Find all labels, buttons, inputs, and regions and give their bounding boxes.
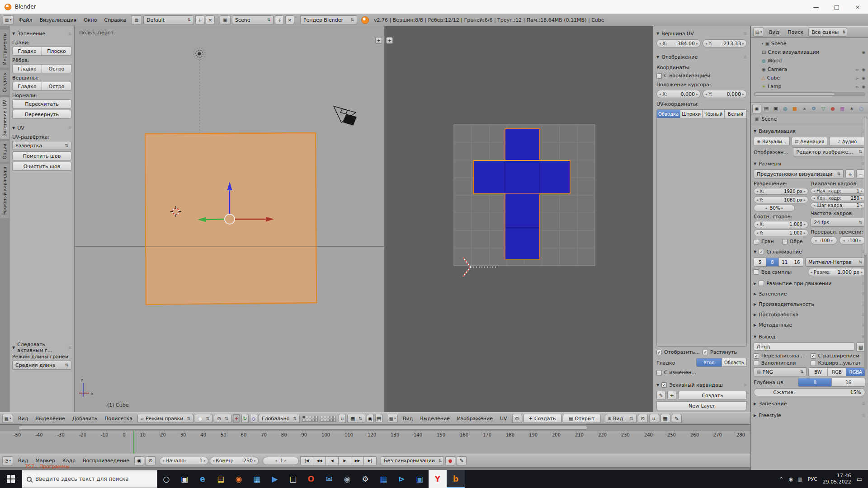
uv-draw-mode-button[interactable]: Чёрный: [702, 110, 724, 118]
uv-draw-mode-button[interactable]: Белый: [724, 110, 746, 118]
editor-type-3d-icon[interactable]: ▦▾: [2, 414, 13, 423]
task-view-icon[interactable]: ▣: [175, 470, 193, 488]
render-opengl-button[interactable]: ◉: [367, 414, 374, 423]
restrict-render-icon[interactable]: ◉: [862, 84, 865, 89]
data-tab[interactable]: ▽: [819, 104, 828, 113]
frame-step-field[interactable]: Шаг кадра:1: [811, 202, 865, 208]
grease-pencil-new-button[interactable]: Создать: [678, 391, 747, 400]
render-engine-select[interactable]: Рендер Blender: [300, 15, 357, 24]
modified-edges-checkbox[interactable]: С изменен...: [656, 370, 747, 375]
menu-item[interactable]: Вид: [399, 414, 416, 423]
object-tab[interactable]: ■: [790, 104, 799, 113]
av-sync-select[interactable]: Без синхронизации: [381, 456, 444, 465]
outliner-row[interactable]: ▾ ▣ Scene: [753, 39, 866, 48]
lamp-object[interactable]: [193, 48, 205, 60]
color-mode-button[interactable]: RGB: [827, 368, 846, 376]
fps-select[interactable]: 24 fps: [811, 218, 865, 227]
menu-item[interactable]: UV: [496, 414, 511, 423]
outliner-row[interactable]: ▤ Слои визуализации ◉: [753, 48, 866, 56]
pivot-point-select[interactable]: ⊙: [214, 414, 231, 423]
recalculate-normals-button[interactable]: Пересчитать: [12, 99, 71, 108]
taskbar-search[interactable]: [22, 470, 157, 488]
tool-shelf-tab[interactable]: Создать: [0, 70, 9, 95]
current-frame-indicator[interactable]: [133, 431, 134, 454]
world-tab[interactable]: ◍: [781, 104, 790, 113]
taskbar-clock[interactable]: 17:46 29.05.2022: [823, 473, 851, 485]
window-titlebar[interactable]: Blender — □ ×: [0, 0, 868, 14]
time-remap-new-field[interactable]: :100: [839, 236, 866, 244]
scene-tab[interactable]: ▣: [771, 104, 780, 113]
editor-type-outliner-icon[interactable]: ▤▾: [753, 28, 764, 37]
aspect-y-field[interactable]: Y:1.000: [754, 230, 808, 236]
add-layout-button[interactable]: +: [195, 15, 204, 24]
bake-panel-header[interactable]: ▶Запекание: [754, 399, 865, 408]
cursor-x-field[interactable]: X:0.000: [656, 90, 701, 98]
render-tab[interactable]: ◉: [752, 104, 761, 113]
render-still-button[interactable]: ◉Визуали...: [754, 137, 790, 146]
timeline-scrollbar[interactable]: [0, 425, 750, 431]
aa-filter-select[interactable]: Митчелл-Нетрав: [805, 258, 865, 267]
yandex-browser-icon[interactable]: Y: [429, 470, 447, 488]
editor-type-info-icon[interactable]: ▦▾: [3, 15, 14, 24]
resolution-percentage-field[interactable]: 50%: [754, 205, 795, 211]
tool-shelf-tab[interactable]: Эскизный карандаш: [0, 164, 9, 218]
screen-layout-icon[interactable]: ▦: [131, 15, 142, 24]
viewport-shading-select[interactable]: ●: [195, 414, 212, 423]
render-audio-button[interactable]: ♪Аудио: [829, 137, 865, 146]
media-player-icon[interactable]: ▶: [266, 470, 284, 488]
output-panel-header[interactable]: ▼Вывод: [754, 332, 865, 341]
modifiers-tab[interactable]: ⚙: [809, 104, 818, 113]
next-keyframe-button[interactable]: ▶▶: [351, 456, 364, 465]
tray-shield-icon[interactable]: ◉: [789, 476, 793, 482]
outliner-row[interactable]: ◉ Camera ▻ ◉: [753, 65, 866, 74]
rotate-manipulator-button[interactable]: ↻: [241, 414, 249, 423]
overwrite-checkbox[interactable]: Перезаписыва...: [754, 353, 809, 359]
vertices-sharp-button[interactable]: Остро: [42, 82, 71, 91]
stretch-type-button[interactable]: Угол: [697, 358, 721, 366]
snap-element-select[interactable]: ▦: [347, 414, 365, 423]
camera-object[interactable]: [334, 106, 356, 125]
restrict-select-icon[interactable]: ▻: [856, 67, 859, 72]
open-image-button[interactable]: ▤Открыт: [563, 414, 601, 423]
mail-icon[interactable]: ✉: [320, 470, 338, 488]
preview-range-icon[interactable]: ◉: [134, 456, 144, 465]
grease-pencil-panel-header[interactable]: ▼Эскизный карандаш: [656, 380, 747, 389]
file-explorer-icon[interactable]: ▤: [212, 470, 230, 488]
aspect-x-field[interactable]: X:1.000: [754, 221, 808, 228]
outliner-search-menu[interactable]: Поиск: [784, 28, 807, 37]
menu-item[interactable]: Окно: [80, 16, 100, 24]
flip-normals-button[interactable]: Перевернуть: [12, 110, 71, 119]
properties-scrollbar[interactable]: [864, 117, 867, 370]
unwrap-select[interactable]: Развёртка: [12, 141, 71, 150]
photos-icon[interactable]: ▦: [374, 470, 392, 488]
prev-keyframe-button[interactable]: ◀◀: [313, 456, 326, 465]
jump-to-start-button[interactable]: |◀: [301, 456, 313, 465]
uv-vertex-panel-header[interactable]: ▼Вершина UV: [656, 29, 747, 38]
restrict-render-icon[interactable]: ◉: [862, 76, 865, 80]
menu-item[interactable]: Выделение: [32, 414, 69, 423]
freestyle-panel-header[interactable]: ▶Freestyle: [754, 411, 865, 420]
display-panel-header[interactable]: ▼Отображение: [656, 52, 747, 61]
tool-shelf-tab[interactable]: Инструменты: [0, 30, 9, 68]
compression-slider[interactable]: Сжатие: 15%: [754, 388, 865, 396]
grease-pencil-draw-icon[interactable]: ✎: [656, 391, 665, 400]
record-button[interactable]: ●: [445, 456, 455, 465]
edge-icon[interactable]: e: [193, 470, 212, 488]
outliner-view-menu[interactable]: Вид: [765, 28, 783, 37]
outliner-filter-select[interactable]: Все сцены: [808, 28, 847, 37]
edge-length-mode-select[interactable]: Средняя длина: [12, 361, 71, 370]
snap-magnet-icon[interactable]: ∪: [339, 414, 346, 423]
material-tab[interactable]: ●: [828, 104, 837, 113]
add-scene-button[interactable]: +: [275, 15, 284, 24]
scene-select[interactable]: Scene: [232, 15, 274, 24]
tray-network-icon[interactable]: ▥: [797, 476, 802, 482]
collapsed-panel-header[interactable]: ▶Метаданные: [754, 320, 865, 329]
editor-type-uv-icon[interactable]: ▦▾: [387, 414, 398, 423]
language-indicator[interactable]: РУС: [808, 476, 817, 482]
cube-object[interactable]: [145, 133, 316, 305]
edges-sharp-button[interactable]: Остро: [42, 64, 71, 73]
menu-item[interactable]: Вид: [14, 414, 32, 423]
uv-sticky-icon[interactable]: ✎: [672, 414, 682, 423]
frame-start-field[interactable]: Нач. кадр:1: [811, 188, 865, 194]
menu-item[interactable]: Справка: [100, 16, 129, 24]
